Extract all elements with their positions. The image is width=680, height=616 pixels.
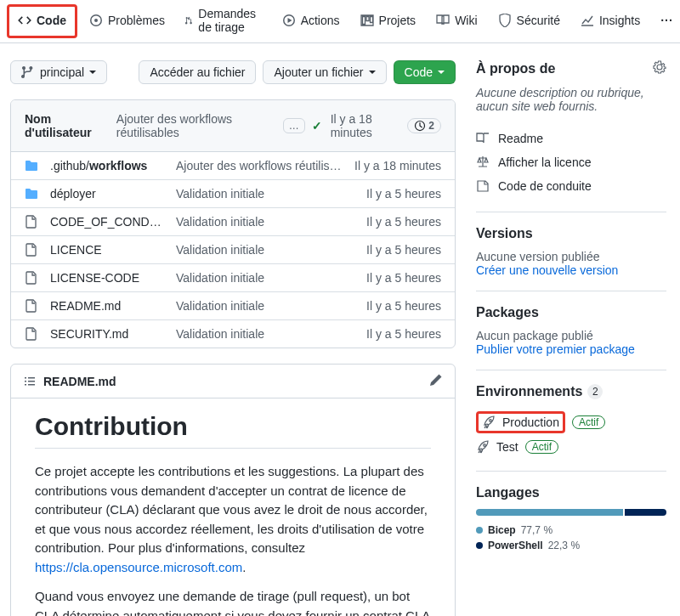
environments-heading[interactable]: Environnements 2 [476, 384, 666, 399]
add-file-button[interactable]: Ajouter un fichier [263, 60, 386, 84]
tab-pr-label: Demandes de tirage [198, 7, 261, 34]
svg-point-2 [490, 420, 492, 422]
table-row: .github/workflowsAjouter des workflows r… [11, 152, 455, 179]
commit-author[interactable]: Nom d'utilisateur [25, 112, 110, 139]
readme-title: Contribution [35, 412, 431, 449]
history-icon [414, 120, 426, 132]
readme-link[interactable]: Readme [476, 127, 666, 150]
file-icon [25, 271, 38, 285]
env-status-badge: Actif [572, 415, 605, 429]
language-bar [476, 509, 666, 516]
language-item[interactable]: Bicep 77,7 % [476, 524, 666, 536]
about-heading: À propos de [476, 60, 666, 77]
tab-insights[interactable]: Insights [572, 7, 649, 36]
file-commit-msg[interactable]: Validation initiale [176, 271, 354, 285]
pencil-icon [429, 373, 443, 387]
about-description: Aucune description ou rubrique, aucun si… [476, 86, 666, 113]
language-name: PowerShell [488, 540, 543, 551]
table-row: CODE_OF_CONDUCT…Validation initialeIl y … [11, 207, 455, 235]
tab-security-label: Sécurité [517, 14, 560, 27]
commit-more-button[interactable]: … [283, 118, 305, 133]
languages-section: Langages Bicep 77,7 %PowerShell 22,3 % [476, 485, 666, 568]
packages-heading[interactable]: Packages [476, 305, 666, 320]
graph-icon [581, 14, 594, 27]
tab-issues[interactable]: Problèmes [81, 7, 173, 36]
readme-filename[interactable]: README.md [43, 375, 116, 388]
issue-icon [89, 14, 103, 27]
env-status-badge: Actif [525, 440, 558, 454]
language-bar-segment [476, 509, 623, 516]
file-name[interactable]: CODE_OF_CONDUCT… [50, 215, 164, 229]
book-icon [476, 132, 490, 145]
tab-wiki[interactable]: Wiki [428, 7, 485, 36]
highlight-code-tab: Code [7, 4, 77, 38]
tab-more[interactable]: ··· [652, 7, 680, 36]
file-name[interactable]: .github/workflows [50, 159, 164, 172]
goto-file-button[interactable]: Accéder au fichier [139, 60, 256, 84]
table-row: README.mdValidation initialeIl y a 5 heu… [11, 291, 455, 319]
file-name[interactable]: LICENSE-CODE [50, 271, 164, 285]
environment-name: Test [496, 440, 518, 454]
file-name[interactable]: LICENCE [50, 243, 164, 257]
environments-section: Environnements 2 Production ActifTest Ac… [476, 384, 666, 472]
table-row: LICENCEValidation initialeIl y a 5 heure… [11, 235, 455, 263]
tab-pr[interactable]: Demandes de tirage [177, 0, 270, 42]
commit-time: Il y a 18 minutes [331, 112, 400, 139]
commit-message[interactable]: Ajouter des workflows réutilisables [116, 112, 276, 139]
readme-header: README.md [11, 365, 455, 398]
settings-button[interactable] [653, 60, 666, 77]
highlight-production-env: Production [476, 411, 565, 433]
publish-package-link[interactable]: Publier votre premier package [476, 342, 635, 356]
readme-box: README.md Contribution Ce projet accepte… [10, 364, 456, 616]
left-column: principal Accéder au fichier Ajouter un … [10, 60, 456, 616]
environment-item[interactable]: Test Actif [476, 437, 666, 457]
file-time: Il y a 5 heures [366, 215, 441, 229]
pr-icon [185, 14, 193, 27]
readme-p2: Quand vous envoyez une demande de tirage… [35, 587, 431, 616]
caret-down-icon [89, 71, 96, 74]
code-button[interactable]: Code [394, 60, 456, 84]
rocket-icon [482, 415, 496, 429]
language-item[interactable]: PowerShell 22,3 % [476, 540, 666, 551]
tab-projects-label: Projets [379, 14, 416, 27]
svg-point-0 [94, 19, 98, 22]
coc-link-side[interactable]: Code de conduite [476, 174, 666, 198]
commits-count[interactable]: 2 [407, 118, 441, 133]
file-commit-msg[interactable]: Ajouter des workflows réutilisables [176, 159, 343, 172]
file-time: Il y a 5 heures [366, 243, 441, 257]
versions-heading[interactable]: Versions [476, 226, 666, 241]
tab-wiki-label: Wiki [455, 14, 477, 27]
law-icon [476, 155, 490, 169]
license-link[interactable]: Afficher la licence [476, 150, 666, 174]
create-version-link[interactable]: Créer une nouvelle version [476, 263, 618, 277]
tab-projects[interactable]: Projets [352, 7, 425, 36]
file-commit-msg[interactable]: Validation initiale [176, 299, 354, 313]
wiki-icon [436, 14, 450, 27]
file-name[interactable]: SECURITY.md [50, 327, 164, 341]
edit-readme-button[interactable] [429, 373, 443, 389]
env-count-badge: 2 [587, 384, 603, 399]
file-commit-msg[interactable]: Validation initiale [176, 327, 354, 341]
file-commit-msg[interactable]: Validation initiale [176, 243, 354, 257]
file-commit-msg[interactable]: Validation initiale [176, 215, 354, 229]
rocket-icon [476, 440, 490, 454]
branch-button[interactable]: principal [10, 60, 107, 84]
file-time: Il y a 5 heures [366, 327, 441, 341]
environment-name: Production [502, 415, 559, 429]
gear-icon [653, 60, 666, 74]
environment-item[interactable]: Production Actif [476, 408, 666, 437]
file-time: Il y a 5 heures [366, 187, 441, 201]
cla-link[interactable]: https://cla.opensource.microsoft.com [35, 560, 242, 574]
svg-point-3 [484, 444, 486, 447]
file-icon [25, 243, 38, 257]
folder-icon [25, 159, 38, 172]
file-name[interactable]: déployer [50, 187, 164, 201]
packages-none: Aucun package publié [476, 329, 666, 342]
file-commit-msg[interactable]: Validation initiale [176, 187, 354, 201]
tab-security[interactable]: Sécurité [490, 7, 569, 36]
file-name[interactable]: README.md [50, 299, 164, 313]
file-time: Il y a 5 heures [366, 299, 441, 313]
table-row: déployerValidation initialeIl y a 5 heur… [11, 179, 455, 207]
tab-code[interactable]: Code [9, 7, 75, 36]
tab-actions[interactable]: Actions [274, 7, 348, 36]
